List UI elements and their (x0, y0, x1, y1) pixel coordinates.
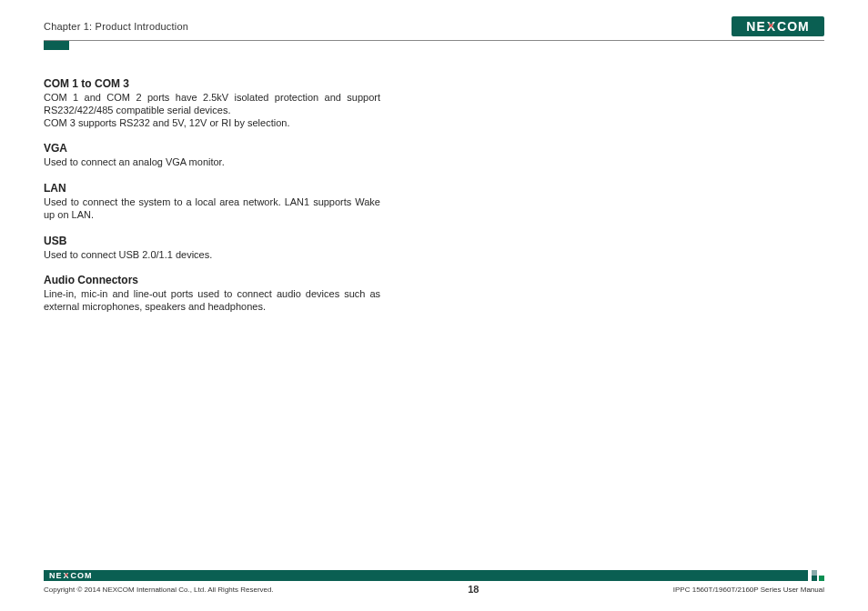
header-accent-block (44, 41, 69, 50)
logo-text-com: COM (777, 19, 810, 34)
main-content: COM 1 to COM 3COM 1 and COM 2 ports have… (44, 77, 380, 314)
footer-bar: NEXCOM (44, 570, 824, 581)
nexcom-logo-footer: NEXCOM (49, 571, 93, 580)
logo-x-icon: X (766, 19, 777, 34)
section-body: COM 1 and COM 2 ports have 2.5kV isolate… (44, 92, 380, 129)
section-body: Used to connect the system to a local ar… (44, 196, 380, 222)
logo-x-icon: X (63, 571, 71, 580)
section-heading: Audio Connectors (44, 274, 380, 286)
section-heading: LAN (44, 182, 380, 195)
nexcom-logo: NEXCOM (732, 16, 824, 36)
page-number: 18 (468, 584, 479, 595)
page-footer: NEXCOM Copyright © 2014 NEXCOM Internati… (44, 570, 824, 595)
section-heading: COM 1 to COM 3 (44, 77, 380, 90)
section-heading: VGA (44, 142, 380, 155)
footer-manual-title: IPPC 1560T/1960T/2160P Series User Manua… (673, 586, 824, 594)
section-body: Used to connect USB 2.0/1.1 devices. (44, 249, 380, 262)
section-heading: USB (44, 235, 380, 247)
footer-meta-row: Copyright © 2014 NEXCOM International Co… (44, 584, 824, 595)
section-body: Used to connect an analog VGA monitor. (44, 156, 380, 169)
page-header: Chapter 1: Product Introduction NEXCOM (44, 16, 824, 41)
chapter-title: Chapter 1: Product Introduction (44, 21, 188, 32)
footer-copyright: Copyright © 2014 NEXCOM International Co… (44, 586, 274, 594)
footer-decor-blocks (808, 570, 824, 581)
section-body: Line-in, mic-in and line-out ports used … (44, 288, 380, 314)
logo-text-ne: NE (746, 19, 765, 34)
